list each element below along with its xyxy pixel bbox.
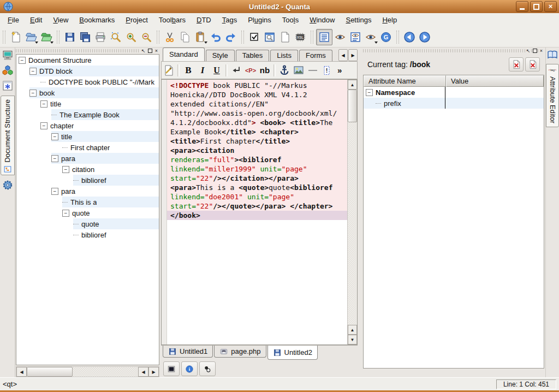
source-view-button[interactable] bbox=[316, 29, 332, 45]
tab-scroll-right-button[interactable]: ▶ bbox=[348, 49, 358, 61]
redo-button[interactable] bbox=[223, 29, 239, 45]
cut-button[interactable] bbox=[162, 29, 177, 45]
open-project-button[interactable] bbox=[39, 29, 54, 45]
v-scroll-thumb[interactable] bbox=[348, 90, 357, 122]
print-button[interactable] bbox=[93, 29, 108, 45]
xsl-debug-button[interactable]: XSL bbox=[293, 29, 308, 45]
tree-item-quote[interactable]: −quote bbox=[16, 207, 159, 218]
tree-expander[interactable]: − bbox=[62, 166, 69, 173]
insert-image-button[interactable] bbox=[292, 63, 306, 78]
menu-edit[interactable]: Edit bbox=[25, 13, 47, 27]
toolbar-handle[interactable] bbox=[241, 31, 244, 44]
tree-item-biblioref[interactable]: biblioref bbox=[16, 175, 159, 186]
tree-item-dtd-block[interactable]: −DTD block bbox=[16, 66, 159, 76]
delete-tag-button[interactable] bbox=[509, 57, 524, 72]
toolbar-handle[interactable] bbox=[396, 31, 399, 44]
attribute-row-namespace[interactable]: −Namespace bbox=[364, 87, 544, 98]
code-editor[interactable]: <!DOCTYPE book PUBLIC "-//MarkusHoenicka… bbox=[167, 80, 347, 345]
italic-button[interactable]: I bbox=[195, 63, 210, 78]
book-sidebar-button[interactable] bbox=[546, 48, 559, 62]
menu-bookmarks[interactable]: Bookmarks bbox=[74, 13, 120, 27]
preview-options-button[interactable] bbox=[363, 29, 378, 45]
toolbar-handle[interactable] bbox=[311, 31, 313, 44]
menu-project[interactable]: Project bbox=[120, 13, 153, 27]
tree-expander[interactable]: − bbox=[19, 57, 26, 64]
delete-attribute-button[interactable] bbox=[525, 57, 540, 72]
tab-lists[interactable]: Lists bbox=[270, 50, 298, 61]
v-scroll-up-button[interactable]: ▲ bbox=[348, 80, 357, 90]
tree-horizontal-scrollbar[interactable]: ◀◀▶ bbox=[16, 366, 159, 377]
toolbar-handle[interactable] bbox=[57, 31, 60, 44]
attribute-expander[interactable]: − bbox=[366, 89, 373, 96]
tree-expander[interactable]: − bbox=[29, 68, 37, 75]
toolbar-handle[interactable] bbox=[157, 31, 159, 44]
tree-item-citation[interactable]: −citation bbox=[16, 164, 159, 175]
titlebar[interactable]: Untitled2 - Quanta × bbox=[0, 0, 559, 13]
copy-button[interactable] bbox=[177, 29, 193, 45]
h-scroll-thumb[interactable] bbox=[27, 367, 73, 377]
bold-button[interactable]: B bbox=[181, 63, 195, 78]
tab-scroll-left-button[interactable]: ◀ bbox=[338, 49, 348, 61]
paragraph-button[interactable]: <P> bbox=[243, 63, 258, 78]
undo-button[interactable] bbox=[208, 29, 223, 45]
menu-tags[interactable]: Tags bbox=[217, 13, 242, 27]
tree-item-chapter[interactable]: −chapter bbox=[16, 120, 159, 131]
gear-sidebar-button[interactable] bbox=[1, 178, 14, 192]
new-file-button[interactable] bbox=[8, 29, 23, 45]
menu-help[interactable]: Help bbox=[377, 13, 402, 27]
terminal-button[interactable] bbox=[163, 361, 180, 376]
new-document-button[interactable] bbox=[277, 29, 293, 45]
tree-item-document-structure[interactable]: −Document Structure bbox=[16, 55, 159, 66]
tab-document-structure[interactable]: Document Structure bbox=[1, 96, 15, 175]
attribute-row-prefix[interactable]: prefix bbox=[364, 98, 544, 109]
menu-dtd[interactable]: DTD bbox=[191, 13, 217, 27]
document-structure-tree[interactable]: −Document Structure−DTD blockDOCTYPE boo… bbox=[16, 54, 159, 365]
attribute-editor-restore-button[interactable]: ↖ bbox=[525, 48, 531, 54]
maximize-button[interactable] bbox=[530, 1, 543, 12]
horizontal-rule-button[interactable] bbox=[306, 63, 320, 78]
tree-expander[interactable]: − bbox=[40, 122, 47, 129]
tab-attribute-editor[interactable]: <tag>Attribute Editor bbox=[546, 64, 559, 127]
h-scroll-right-button[interactable]: ▶ bbox=[148, 367, 159, 377]
document-structure-restore-button[interactable]: ↖ bbox=[140, 48, 146, 54]
annotations-button[interactable] bbox=[199, 361, 216, 376]
h-scroll-left-button[interactable]: ◀ bbox=[16, 367, 27, 377]
zoom-in-button[interactable] bbox=[123, 29, 139, 45]
underline-button[interactable]: U bbox=[210, 63, 224, 78]
column-header-value[interactable]: Value bbox=[446, 75, 544, 87]
attribute-value[interactable] bbox=[445, 87, 544, 98]
toolbar-handle[interactable] bbox=[3, 31, 5, 44]
h-scroll-left2-button[interactable]: ◀ bbox=[138, 367, 148, 377]
attribute-editor-close-button[interactable]: × bbox=[538, 48, 544, 54]
menu-tools[interactable]: Tools bbox=[277, 13, 304, 27]
menu-settings[interactable]: Settings bbox=[340, 13, 377, 27]
open-in-browser-button[interactable]: G bbox=[378, 29, 394, 45]
v-scroll-down-button[interactable]: ▼ bbox=[348, 335, 357, 345]
close-button[interactable]: × bbox=[544, 1, 557, 12]
split-view-button[interactable] bbox=[348, 29, 363, 45]
v-scroll-up2-button[interactable]: ▲ bbox=[348, 325, 357, 335]
tree-expander[interactable]: − bbox=[40, 100, 47, 108]
tree-expander[interactable]: − bbox=[62, 210, 69, 217]
tree-expander[interactable]: − bbox=[51, 188, 58, 195]
template-sidebar-button[interactable] bbox=[1, 79, 14, 93]
zoom-out-button[interactable] bbox=[139, 29, 154, 45]
toolbar-overflow-button[interactable]: » bbox=[334, 63, 348, 78]
attribute-editor-dock-button[interactable] bbox=[532, 48, 538, 54]
paste-button[interactable] bbox=[193, 29, 208, 45]
tree-expander[interactable]: − bbox=[29, 90, 37, 97]
tree-item-doctype-book-public-mark[interactable]: DOCTYPE book PUBLIC "-//Mark bbox=[16, 76, 159, 87]
save-button[interactable] bbox=[62, 29, 78, 45]
tab-forms[interactable]: Forms bbox=[299, 50, 332, 61]
tree-item-first-chapter[interactable]: First chapter bbox=[16, 142, 159, 153]
tree-item-title[interactable]: −title bbox=[16, 131, 159, 142]
tab-standard[interactable]: Standard bbox=[163, 47, 205, 61]
attribute-value[interactable] bbox=[445, 98, 544, 109]
menu-file[interactable]: File bbox=[2, 13, 25, 27]
monitor-sidebar-button[interactable] bbox=[1, 48, 14, 62]
right-splitter[interactable] bbox=[358, 47, 362, 377]
tree-item-para[interactable]: −para bbox=[16, 186, 159, 197]
tree-item-the-example-book[interactable]: The Example Book bbox=[16, 109, 159, 120]
tree-expander[interactable]: − bbox=[51, 155, 58, 162]
column-header-attribute-name[interactable]: Attribute Name bbox=[364, 75, 446, 87]
